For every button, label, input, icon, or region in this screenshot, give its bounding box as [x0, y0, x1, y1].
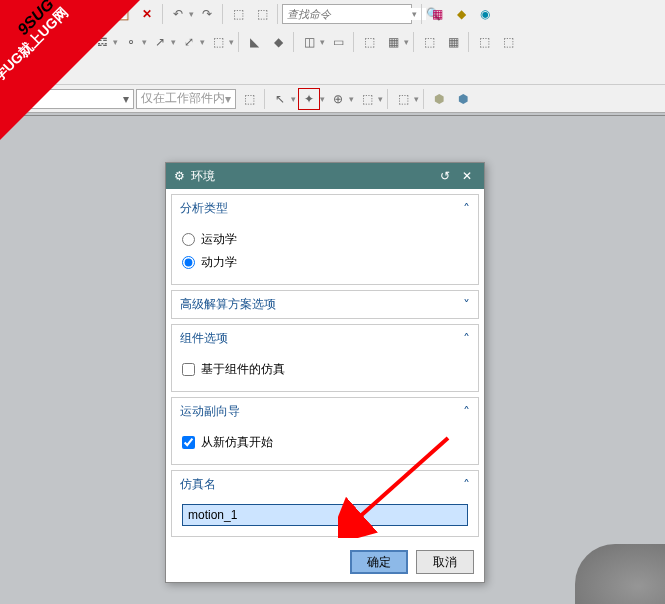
chevron-down-icon: ˅: [463, 297, 470, 313]
section-body: 运动学 动力学: [172, 222, 478, 284]
command-search[interactable]: 🔍: [282, 4, 412, 24]
tool-btn[interactable]: ◆: [267, 31, 289, 53]
dropdown-arrow[interactable]: ▾: [320, 94, 325, 104]
tool-btn[interactable]: ▦: [442, 31, 464, 53]
ok-button[interactable]: 确定: [350, 550, 408, 574]
radio-input[interactable]: [182, 233, 195, 246]
radio-input[interactable]: [182, 256, 195, 269]
tool-btn[interactable]: ⊕: [327, 88, 349, 110]
check-new-sim[interactable]: 从新仿真开始: [182, 431, 468, 454]
separator: [421, 4, 422, 24]
section-header[interactable]: 组件选项 ˄: [172, 325, 478, 352]
chevron-up-icon: ˄: [463, 201, 470, 217]
sim-name-input[interactable]: [182, 504, 468, 526]
section-title: 分析类型: [180, 200, 228, 217]
separator: [222, 4, 223, 24]
dropdown-arrow[interactable]: ▾: [189, 9, 194, 19]
tool-btn[interactable]: ⬚: [207, 31, 229, 53]
section-header[interactable]: 运动副向导 ˄: [172, 398, 478, 425]
section-header[interactable]: 仿真名 ˄: [172, 471, 478, 498]
dialog-buttons: 确定 取消: [166, 542, 484, 582]
tool-btn[interactable]: ◆: [450, 3, 472, 25]
check-component-sim[interactable]: 基于组件的仿真: [182, 358, 468, 381]
dropdown-arrow[interactable]: ▾: [412, 9, 417, 19]
tool-btn[interactable]: ⬢: [428, 88, 450, 110]
dropdown-arrow[interactable]: ▾: [320, 37, 325, 47]
chevron-up-icon: ˄: [463, 477, 470, 493]
tool-btn[interactable]: ✦: [298, 88, 320, 110]
section-title: 运动副向导: [180, 403, 240, 420]
dropdown-arrow[interactable]: ▾: [404, 37, 409, 47]
tool-btn[interactable]: ⬚: [392, 88, 414, 110]
undo-icon[interactable]: ↶: [167, 3, 189, 25]
radio-label: 动力学: [201, 254, 237, 271]
section-header[interactable]: 分析类型 ˄: [172, 195, 478, 222]
reset-icon[interactable]: ↺: [436, 167, 454, 185]
dropdown-arrow[interactable]: ▾: [229, 37, 234, 47]
scope-label: 仅在工作部件内: [141, 90, 225, 107]
section-sim-name: 仿真名 ˄: [171, 470, 479, 537]
separator: [264, 89, 265, 109]
separator: [387, 89, 388, 109]
tool-btn[interactable]: ◣: [243, 31, 265, 53]
separator: [413, 32, 414, 52]
chevron-up-icon: ˄: [463, 404, 470, 420]
dropdown-arrow[interactable]: ▾: [291, 94, 296, 104]
tool-btn[interactable]: ◫: [298, 31, 320, 53]
chevron-up-icon: ˄: [463, 331, 470, 347]
section-body: [172, 498, 478, 536]
tool-btn[interactable]: ▭: [327, 31, 349, 53]
tool-btn[interactable]: ◉: [474, 3, 496, 25]
section-body: 从新仿真开始: [172, 425, 478, 464]
section-joint-wizard: 运动副向导 ˄ 从新仿真开始: [171, 397, 479, 465]
dropdown-arrow[interactable]: ▾: [200, 37, 205, 47]
redo-icon[interactable]: ↷: [196, 3, 218, 25]
separator: [353, 32, 354, 52]
section-header[interactable]: 高级解算方案选项 ˅: [172, 291, 478, 318]
radio-label: 运动学: [201, 231, 237, 248]
radio-dynamics[interactable]: 动力学: [182, 251, 468, 274]
tool-btn[interactable]: ⬚: [418, 31, 440, 53]
radio-kinematics[interactable]: 运动学: [182, 228, 468, 251]
separator: [468, 32, 469, 52]
separator: [423, 89, 424, 109]
separator: [162, 4, 163, 24]
tool-btn[interactable]: ⬚: [358, 31, 380, 53]
section-component: 组件选项 ˄ 基于组件的仿真: [171, 324, 479, 392]
dropdown-arrow[interactable]: ▾: [414, 94, 419, 104]
dropdown-arrow[interactable]: ▾: [142, 37, 147, 47]
tool-btn[interactable]: ▦: [382, 31, 404, 53]
section-body: 基于组件的仿真: [172, 352, 478, 391]
checkbox-label: 从新仿真开始: [201, 434, 273, 451]
checkbox-label: 基于组件的仿真: [201, 361, 285, 378]
tool-btn[interactable]: ⬚: [251, 3, 273, 25]
separator: [277, 4, 278, 24]
tool-btn[interactable]: ⬚: [227, 3, 249, 25]
checkbox-input[interactable]: [182, 363, 195, 376]
tool-btn[interactable]: ⬚: [356, 88, 378, 110]
section-analysis-type: 分析类型 ˄ 运动学 动力学: [171, 194, 479, 285]
tool-btn[interactable]: ↗: [149, 31, 171, 53]
search-input[interactable]: [287, 8, 426, 20]
tool-btn[interactable]: ⬚: [238, 88, 260, 110]
environment-dialog: ⚙ 环境 ↺ ✕ 分析类型 ˄ 运动学 动力学 高级解算方案选项 ˅: [165, 162, 485, 583]
checkbox-input[interactable]: [182, 436, 195, 449]
section-advanced: 高级解算方案选项 ˅: [171, 290, 479, 319]
dropdown-arrow[interactable]: ▾: [349, 94, 354, 104]
tool-btn[interactable]: ⬚: [473, 31, 495, 53]
tool-btn[interactable]: ⬢: [452, 88, 474, 110]
dialog-titlebar[interactable]: ⚙ 环境 ↺ ✕: [166, 163, 484, 189]
gear-icon: ⚙: [174, 169, 185, 183]
close-icon[interactable]: ✕: [458, 167, 476, 185]
dropdown-arrow[interactable]: ▾: [378, 94, 383, 104]
tool-btn[interactable]: ⬚: [497, 31, 519, 53]
section-title: 高级解算方案选项: [180, 296, 276, 313]
section-title: 组件选项: [180, 330, 228, 347]
dialog-title: 环境: [191, 168, 215, 185]
scope-combo[interactable]: 仅在工作部件内▾: [136, 89, 236, 109]
tool-btn[interactable]: ▦: [426, 3, 448, 25]
tool-btn[interactable]: ↖: [269, 88, 291, 110]
cancel-button[interactable]: 取消: [416, 550, 474, 574]
tool-btn[interactable]: ⤢: [178, 31, 200, 53]
dropdown-arrow[interactable]: ▾: [171, 37, 176, 47]
